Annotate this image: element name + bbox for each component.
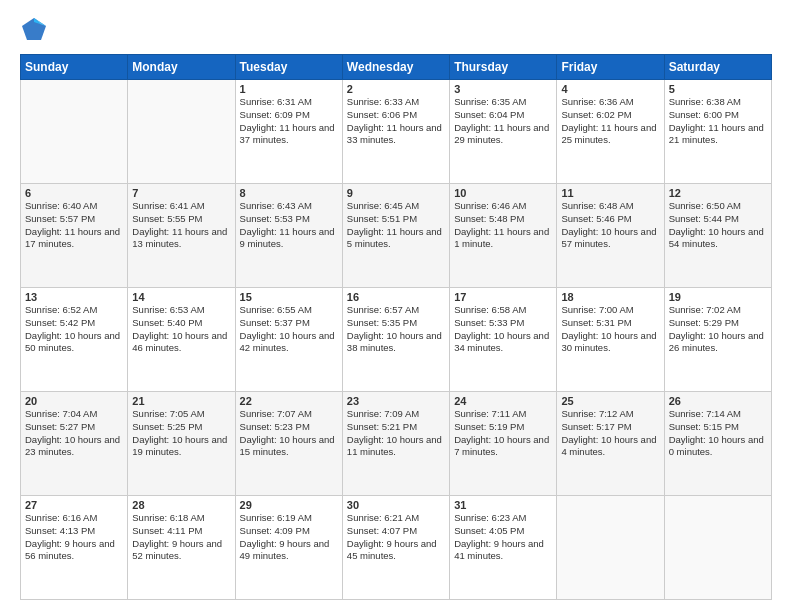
- day-info: Sunrise: 7:14 AM Sunset: 5:15 PM Dayligh…: [669, 408, 767, 459]
- day-of-week-sunday: Sunday: [21, 55, 128, 80]
- day-number: 4: [561, 83, 659, 95]
- calendar-cell: 3Sunrise: 6:35 AM Sunset: 6:04 PM Daylig…: [450, 80, 557, 184]
- day-info: Sunrise: 6:16 AM Sunset: 4:13 PM Dayligh…: [25, 512, 123, 563]
- calendar-cell: 26Sunrise: 7:14 AM Sunset: 5:15 PM Dayli…: [664, 392, 771, 496]
- calendar-cell: 7Sunrise: 6:41 AM Sunset: 5:55 PM Daylig…: [128, 184, 235, 288]
- day-number: 9: [347, 187, 445, 199]
- day-number: 17: [454, 291, 552, 303]
- calendar-cell: 27Sunrise: 6:16 AM Sunset: 4:13 PM Dayli…: [21, 496, 128, 600]
- day-info: Sunrise: 7:11 AM Sunset: 5:19 PM Dayligh…: [454, 408, 552, 459]
- calendar-cell: 22Sunrise: 7:07 AM Sunset: 5:23 PM Dayli…: [235, 392, 342, 496]
- calendar-cell: 24Sunrise: 7:11 AM Sunset: 5:19 PM Dayli…: [450, 392, 557, 496]
- day-number: 29: [240, 499, 338, 511]
- day-number: 15: [240, 291, 338, 303]
- calendar-cell: 14Sunrise: 6:53 AM Sunset: 5:40 PM Dayli…: [128, 288, 235, 392]
- day-info: Sunrise: 6:18 AM Sunset: 4:11 PM Dayligh…: [132, 512, 230, 563]
- day-number: 10: [454, 187, 552, 199]
- day-info: Sunrise: 6:50 AM Sunset: 5:44 PM Dayligh…: [669, 200, 767, 251]
- day-number: 18: [561, 291, 659, 303]
- calendar: SundayMondayTuesdayWednesdayThursdayFrid…: [20, 54, 772, 600]
- day-info: Sunrise: 6:41 AM Sunset: 5:55 PM Dayligh…: [132, 200, 230, 251]
- day-number: 26: [669, 395, 767, 407]
- calendar-cell: 12Sunrise: 6:50 AM Sunset: 5:44 PM Dayli…: [664, 184, 771, 288]
- calendar-cell: 31Sunrise: 6:23 AM Sunset: 4:05 PM Dayli…: [450, 496, 557, 600]
- calendar-cell: 20Sunrise: 7:04 AM Sunset: 5:27 PM Dayli…: [21, 392, 128, 496]
- day-number: 30: [347, 499, 445, 511]
- calendar-cell: 29Sunrise: 6:19 AM Sunset: 4:09 PM Dayli…: [235, 496, 342, 600]
- header: [20, 16, 772, 44]
- day-info: Sunrise: 7:02 AM Sunset: 5:29 PM Dayligh…: [669, 304, 767, 355]
- day-of-week-wednesday: Wednesday: [342, 55, 449, 80]
- day-number: 11: [561, 187, 659, 199]
- day-number: 14: [132, 291, 230, 303]
- day-number: 19: [669, 291, 767, 303]
- day-info: Sunrise: 7:12 AM Sunset: 5:17 PM Dayligh…: [561, 408, 659, 459]
- calendar-cell: 8Sunrise: 6:43 AM Sunset: 5:53 PM Daylig…: [235, 184, 342, 288]
- logo: [20, 16, 52, 44]
- calendar-cell: 4Sunrise: 6:36 AM Sunset: 6:02 PM Daylig…: [557, 80, 664, 184]
- logo-icon: [20, 16, 48, 44]
- calendar-cell: 13Sunrise: 6:52 AM Sunset: 5:42 PM Dayli…: [21, 288, 128, 392]
- calendar-cell: 30Sunrise: 6:21 AM Sunset: 4:07 PM Dayli…: [342, 496, 449, 600]
- day-number: 28: [132, 499, 230, 511]
- day-number: 21: [132, 395, 230, 407]
- day-number: 12: [669, 187, 767, 199]
- calendar-cell: 23Sunrise: 7:09 AM Sunset: 5:21 PM Dayli…: [342, 392, 449, 496]
- day-info: Sunrise: 6:35 AM Sunset: 6:04 PM Dayligh…: [454, 96, 552, 147]
- day-number: 27: [25, 499, 123, 511]
- calendar-header-row: SundayMondayTuesdayWednesdayThursdayFrid…: [21, 55, 772, 80]
- day-of-week-monday: Monday: [128, 55, 235, 80]
- day-info: Sunrise: 6:52 AM Sunset: 5:42 PM Dayligh…: [25, 304, 123, 355]
- day-number: 5: [669, 83, 767, 95]
- day-number: 22: [240, 395, 338, 407]
- day-info: Sunrise: 6:58 AM Sunset: 5:33 PM Dayligh…: [454, 304, 552, 355]
- calendar-cell: 25Sunrise: 7:12 AM Sunset: 5:17 PM Dayli…: [557, 392, 664, 496]
- day-info: Sunrise: 6:40 AM Sunset: 5:57 PM Dayligh…: [25, 200, 123, 251]
- day-number: 2: [347, 83, 445, 95]
- calendar-week-row: 20Sunrise: 7:04 AM Sunset: 5:27 PM Dayli…: [21, 392, 772, 496]
- calendar-week-row: 27Sunrise: 6:16 AM Sunset: 4:13 PM Dayli…: [21, 496, 772, 600]
- day-info: Sunrise: 6:21 AM Sunset: 4:07 PM Dayligh…: [347, 512, 445, 563]
- day-info: Sunrise: 7:05 AM Sunset: 5:25 PM Dayligh…: [132, 408, 230, 459]
- calendar-cell: 16Sunrise: 6:57 AM Sunset: 5:35 PM Dayli…: [342, 288, 449, 392]
- calendar-cell: 11Sunrise: 6:48 AM Sunset: 5:46 PM Dayli…: [557, 184, 664, 288]
- day-info: Sunrise: 6:45 AM Sunset: 5:51 PM Dayligh…: [347, 200, 445, 251]
- calendar-cell: 6Sunrise: 6:40 AM Sunset: 5:57 PM Daylig…: [21, 184, 128, 288]
- day-number: 3: [454, 83, 552, 95]
- day-info: Sunrise: 6:46 AM Sunset: 5:48 PM Dayligh…: [454, 200, 552, 251]
- day-number: 7: [132, 187, 230, 199]
- calendar-week-row: 6Sunrise: 6:40 AM Sunset: 5:57 PM Daylig…: [21, 184, 772, 288]
- day-of-week-tuesday: Tuesday: [235, 55, 342, 80]
- day-of-week-thursday: Thursday: [450, 55, 557, 80]
- day-of-week-saturday: Saturday: [664, 55, 771, 80]
- day-number: 25: [561, 395, 659, 407]
- day-number: 6: [25, 187, 123, 199]
- day-number: 16: [347, 291, 445, 303]
- day-info: Sunrise: 6:36 AM Sunset: 6:02 PM Dayligh…: [561, 96, 659, 147]
- calendar-cell: [21, 80, 128, 184]
- day-info: Sunrise: 6:53 AM Sunset: 5:40 PM Dayligh…: [132, 304, 230, 355]
- day-number: 13: [25, 291, 123, 303]
- day-info: Sunrise: 7:04 AM Sunset: 5:27 PM Dayligh…: [25, 408, 123, 459]
- day-number: 1: [240, 83, 338, 95]
- calendar-cell: [664, 496, 771, 600]
- day-info: Sunrise: 6:31 AM Sunset: 6:09 PM Dayligh…: [240, 96, 338, 147]
- calendar-cell: 18Sunrise: 7:00 AM Sunset: 5:31 PM Dayli…: [557, 288, 664, 392]
- day-number: 20: [25, 395, 123, 407]
- day-number: 8: [240, 187, 338, 199]
- calendar-week-row: 1Sunrise: 6:31 AM Sunset: 6:09 PM Daylig…: [21, 80, 772, 184]
- calendar-cell: 10Sunrise: 6:46 AM Sunset: 5:48 PM Dayli…: [450, 184, 557, 288]
- day-info: Sunrise: 7:07 AM Sunset: 5:23 PM Dayligh…: [240, 408, 338, 459]
- calendar-week-row: 13Sunrise: 6:52 AM Sunset: 5:42 PM Dayli…: [21, 288, 772, 392]
- day-info: Sunrise: 6:33 AM Sunset: 6:06 PM Dayligh…: [347, 96, 445, 147]
- calendar-cell: 28Sunrise: 6:18 AM Sunset: 4:11 PM Dayli…: [128, 496, 235, 600]
- calendar-cell: 19Sunrise: 7:02 AM Sunset: 5:29 PM Dayli…: [664, 288, 771, 392]
- calendar-cell: 1Sunrise: 6:31 AM Sunset: 6:09 PM Daylig…: [235, 80, 342, 184]
- day-info: Sunrise: 6:23 AM Sunset: 4:05 PM Dayligh…: [454, 512, 552, 563]
- calendar-cell: [128, 80, 235, 184]
- day-info: Sunrise: 6:57 AM Sunset: 5:35 PM Dayligh…: [347, 304, 445, 355]
- calendar-cell: 9Sunrise: 6:45 AM Sunset: 5:51 PM Daylig…: [342, 184, 449, 288]
- day-number: 24: [454, 395, 552, 407]
- day-info: Sunrise: 7:00 AM Sunset: 5:31 PM Dayligh…: [561, 304, 659, 355]
- day-info: Sunrise: 6:43 AM Sunset: 5:53 PM Dayligh…: [240, 200, 338, 251]
